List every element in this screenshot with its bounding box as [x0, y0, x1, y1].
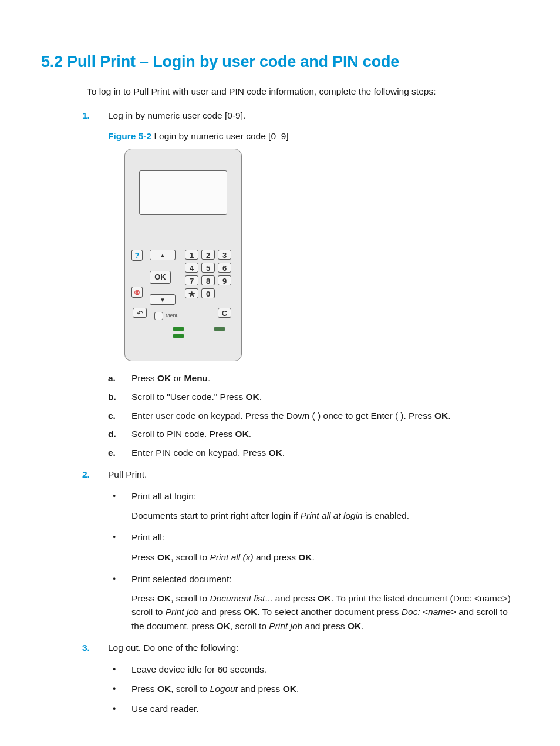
text-bold: OK — [434, 411, 448, 421]
bullet-title: Print selected document: — [131, 574, 232, 584]
text-bold: OK — [235, 429, 249, 439]
text-bold: OK — [244, 607, 257, 617]
bullet-logout: Press OK, scroll to Logout and press OK. — [108, 682, 519, 695]
text: Leave device idle for 60 seconds. — [131, 664, 266, 674]
text-bold: OK — [268, 448, 282, 458]
text-bold: OK — [245, 392, 259, 402]
text-italic: Print all (x) — [210, 552, 254, 562]
text: Press — [131, 552, 157, 562]
text: . — [208, 373, 210, 383]
figure-text: Login by numeric user code [0–9] — [151, 131, 289, 141]
text: Scroll to "User code." Press — [131, 392, 245, 402]
indicator-led — [173, 334, 184, 338]
text: Use card reader. — [131, 704, 199, 714]
substep-a-marker: a. — [108, 372, 116, 385]
printer-keypad-figure: ? ⊗ ↶ ▲ OK ▼ Menu 1 2 3 4 5 6 7 8 9 ★ 0 … — [124, 149, 242, 361]
text: Enter PIN code on keypad. Press — [131, 448, 268, 458]
step-1: 1. Log in by numeric user code [0-9]. Fi… — [82, 109, 519, 459]
text: Press — [131, 593, 157, 603]
substep-c-marker: c. — [108, 409, 116, 422]
text-bold: OK — [283, 684, 296, 694]
section-heading: 5.2 Pull Print – Login by user code and … — [41, 53, 519, 71]
text-italic: Print all at login — [301, 510, 363, 520]
bullet-print-selected: Print selected document: Press OK, scrol… — [108, 572, 519, 633]
text-italic: Logout — [210, 684, 238, 694]
key-7: 7 — [185, 275, 198, 285]
substep-d-marker: d. — [108, 428, 116, 441]
key-c: C — [218, 308, 231, 318]
text-bold: OK — [217, 621, 230, 631]
text-italic: Print job — [269, 621, 302, 631]
text: , scroll to — [230, 621, 269, 631]
text-italic: Document list — [210, 593, 265, 603]
text: Press — [131, 684, 157, 694]
text: and press — [238, 684, 283, 694]
cancel-key: ⊗ — [131, 287, 143, 298]
key-2: 2 — [201, 250, 215, 260]
step-1-text: Log in by numeric user code [0-9]. — [108, 110, 245, 120]
substep-c: c. Enter user code on keypad. Press the … — [108, 409, 519, 422]
up-key: ▲ — [150, 250, 176, 260]
text: . — [259, 392, 262, 402]
down-key: ▼ — [150, 294, 176, 305]
text-bold: OK — [348, 621, 361, 631]
step-3-marker: 3. — [82, 641, 90, 654]
text-bold: Menu — [184, 373, 208, 383]
text: or — [171, 373, 184, 383]
intro-text: To log in to Pull Print with user and PI… — [87, 85, 519, 98]
back-key: ↶ — [133, 308, 147, 318]
text: . — [282, 448, 285, 458]
help-key: ? — [131, 250, 143, 261]
step-1-substeps: a. Press OK or Menu. b. Scroll to "User … — [108, 372, 519, 459]
bullet-title: Print all: — [131, 532, 164, 542]
bullet-para: Press OK, scroll to Document list... and… — [131, 592, 519, 633]
step-2-marker: 2. — [82, 468, 90, 481]
substep-e: e. Enter PIN code on keypad. Press OK. — [108, 446, 519, 459]
text: , scroll to — [171, 552, 210, 562]
bullet-card-reader: Use card reader. — [108, 702, 519, 715]
text: . — [312, 552, 315, 562]
step-2-text: Pull Print. — [108, 469, 147, 479]
key-0: 0 — [201, 288, 215, 298]
key-6: 6 — [218, 263, 231, 273]
step-3: 3. Log out. Do one of the following: Lea… — [82, 641, 519, 715]
text-bold: OK — [157, 373, 171, 383]
key-5: 5 — [201, 263, 215, 273]
figure-caption: Figure 5-2 Login by numeric user code [0… — [108, 129, 519, 143]
bullet-para: Press OK, scroll to Print all (x) and pr… — [131, 550, 519, 564]
text: . — [361, 621, 363, 631]
text-bold: OK — [298, 552, 312, 562]
menu-key — [154, 312, 163, 320]
text: and press — [254, 552, 299, 562]
text: . — [448, 411, 450, 421]
key-3: 3 — [218, 250, 231, 260]
bullet-idle: Leave device idle for 60 seconds. — [108, 663, 519, 676]
bullet-para: Documents start to print right after log… — [131, 509, 519, 522]
text: Scroll to PIN code. Press — [131, 429, 235, 439]
text: , scroll to — [171, 593, 210, 603]
text-bold: OK — [157, 552, 171, 562]
keypad-screen — [139, 170, 227, 215]
text-italic: Print job — [166, 607, 199, 617]
substep-b: b. Scroll to "User code." Press OK. — [108, 391, 519, 404]
substep-b-marker: b. — [108, 391, 116, 404]
step-2-bullets: Print all at login: Documents start to p… — [108, 489, 519, 633]
figure-label: Figure 5-2 — [108, 131, 151, 141]
text: is enabled. — [363, 510, 409, 520]
step-3-text: Log out. Do one of the following: — [108, 643, 238, 653]
substep-d: d. Scroll to PIN code. Press OK. — [108, 428, 519, 441]
text-bold: OK — [157, 684, 171, 694]
text: . — [249, 429, 251, 439]
substep-e-marker: e. — [108, 446, 116, 459]
bullet-title: Print all at login: — [131, 491, 196, 501]
key-8: 8 — [201, 275, 215, 285]
indicator-led — [173, 327, 184, 331]
text: Enter user code on keypad. Press the Dow… — [131, 411, 434, 421]
ok-key: OK — [150, 271, 171, 284]
indicator-led — [214, 327, 225, 331]
main-steps-list: 1. Log in by numeric user code [0-9]. Fi… — [82, 109, 519, 715]
bullet-print-all-at-login: Print all at login: Documents start to p… — [108, 489, 519, 523]
step-1-marker: 1. — [82, 109, 90, 122]
menu-label: Menu — [166, 312, 179, 320]
step-3-bullets: Leave device idle for 60 seconds. Press … — [108, 663, 519, 715]
